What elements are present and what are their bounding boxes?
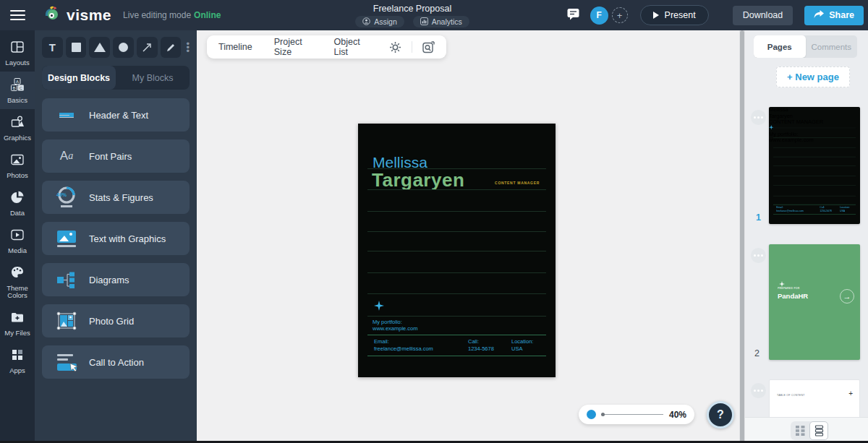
cursor-icon <box>69 364 78 373</box>
left-rail: Layouts ABC Basics Graphics Photos Data … <box>0 30 35 443</box>
sparkle-icon <box>779 277 785 283</box>
assign-button[interactable]: Assign <box>355 16 404 27</box>
zoom-value: 40% <box>669 410 686 420</box>
share-arrow-icon <box>814 10 824 21</box>
chameleon-logo-icon <box>43 6 62 25</box>
scrollbar-thumb[interactable] <box>740 30 744 443</box>
rail-item-graphics[interactable]: Graphics <box>0 109 35 147</box>
page3-title: TABLE OF CONTENT <box>777 394 805 397</box>
play-icon <box>653 12 659 19</box>
preview-magnifier-icon[interactable] <box>422 41 435 53</box>
tab-my-blocks[interactable]: My Blocks <box>116 66 190 90</box>
pages-panel: Pages Comments + New page Mellissa Targa… <box>745 30 868 443</box>
visme-logo[interactable]: visme <box>43 6 111 25</box>
call-to-action-icon <box>51 354 82 371</box>
triangle-tool-button[interactable] <box>89 37 110 58</box>
header-text-icon <box>51 113 82 118</box>
text-tool-button[interactable]: T <box>42 37 63 58</box>
rail-item-data[interactable]: Data <box>0 184 35 222</box>
tab-pages[interactable]: Pages <box>754 35 806 58</box>
rail-item-basics[interactable]: ABC Basics <box>0 72 35 109</box>
list-view-icon[interactable] <box>809 421 828 440</box>
canvas-page-1[interactable]: Mellissa Targaryen CONTENT MANAGER My po… <box>358 124 556 377</box>
card-portfolio[interactable]: My portfolio: www.example.com <box>373 319 418 332</box>
page3-options-icon[interactable] <box>751 383 766 398</box>
canvas-scrollbar[interactable] <box>739 30 745 443</box>
analytics-button[interactable]: Analytics <box>413 16 469 27</box>
object-list-button[interactable]: Object List <box>334 37 368 57</box>
block-call-to-action[interactable]: Call to Action <box>42 345 190 379</box>
card-role[interactable]: CONTENT MANAGER <box>495 181 540 185</box>
card-call[interactable]: Call: 1234-5678 <box>468 338 494 352</box>
right-panel-tabs: Pages Comments <box>754 35 857 58</box>
arrow-tool-button[interactable] <box>137 37 158 58</box>
zoom-slider-knob[interactable] <box>587 410 596 419</box>
share-button[interactable]: Share <box>804 6 864 25</box>
sparkle-icon <box>374 301 384 311</box>
media-icon <box>10 228 25 245</box>
card-location[interactable]: Location: USA <box>511 338 533 352</box>
canvas-area[interactable]: Timeline Project Size Object List Mellis… <box>197 30 739 443</box>
new-page-button[interactable]: + New page <box>776 66 850 87</box>
add-collaborator-button[interactable]: + <box>612 7 628 23</box>
blocks-tabs: Design Blocks My Blocks <box>42 66 190 90</box>
canvas-toolbar: Timeline Project Size Object List <box>207 35 446 59</box>
tab-design-blocks[interactable]: Design Blocks <box>42 66 116 90</box>
comments-icon[interactable] <box>567 8 579 23</box>
topbar-left: visme Live editing modeOnline <box>0 0 221 30</box>
user-avatar[interactable]: F <box>590 7 608 25</box>
tab-comments[interactable]: Comments <box>806 35 858 58</box>
rail-item-media[interactable]: Media <box>0 222 35 259</box>
rail-item-theme-colors[interactable]: Theme Colors <box>0 259 35 304</box>
project-size-button[interactable]: Project Size <box>274 37 312 57</box>
stats-donut-icon: 40% <box>51 186 82 209</box>
block-font-pairs[interactable]: Aa Font Pairs <box>42 139 190 173</box>
rail-item-my-files[interactable]: My Files <box>0 304 35 342</box>
photo-grid-icon <box>51 311 82 330</box>
block-stats-figures[interactable]: 40% Stats & Figures <box>42 181 190 214</box>
grid-view-icon[interactable] <box>791 425 809 436</box>
page2-eyebrow: PREPARED FOR <box>778 287 800 290</box>
page2-thumbnail[interactable]: PREPARED FOR PandaHR → <box>769 244 860 360</box>
text-graphics-icon <box>51 231 82 247</box>
page2-options-icon[interactable] <box>751 248 766 263</box>
settings-gear-icon[interactable] <box>389 41 401 53</box>
svg-text:C: C <box>20 86 23 90</box>
diagrams-icon <box>51 272 82 288</box>
topbar: visme Live editing modeOnline Freelance … <box>0 0 868 30</box>
logo-text: visme <box>67 7 111 24</box>
design-blocks-list: Header & Text Aa Font Pairs 40% Stats & <box>42 98 190 379</box>
zoom-slider-track[interactable] <box>605 414 663 416</box>
timeline-button[interactable]: Timeline <box>218 42 252 52</box>
present-button[interactable]: Present <box>640 5 709 25</box>
card-email[interactable]: Email: freelance@mellissa.com <box>374 338 433 352</box>
download-button[interactable]: Download <box>733 6 793 25</box>
square-tool-button[interactable] <box>66 37 87 58</box>
project-title[interactable]: Freelance Proposal <box>318 4 506 14</box>
basics-icon: ABC <box>10 77 25 95</box>
hamburger-menu-icon[interactable] <box>0 0 35 30</box>
topbar-right: F + Present Download Share <box>567 0 864 30</box>
block-header-text[interactable]: Header & Text <box>42 98 190 132</box>
block-diagrams[interactable]: Diagrams <box>42 263 190 296</box>
assign-person-icon <box>362 17 370 27</box>
pen-tool-button[interactable] <box>161 37 182 58</box>
card-last-name[interactable]: Targaryen <box>372 169 464 192</box>
block-text-with-graphics[interactable]: Text with Graphics <box>42 222 190 255</box>
help-button[interactable]: ? <box>707 401 734 429</box>
left-panel: T ••• Design Blocks My Blocks Header & T… <box>35 30 197 443</box>
rail-item-photos[interactable]: Photos <box>0 147 35 184</box>
block-photo-grid[interactable]: Photo Grid <box>42 304 190 337</box>
rail-item-layouts[interactable]: Layouts <box>0 34 35 72</box>
page1-options-icon[interactable] <box>751 110 766 125</box>
more-tools-icon[interactable]: ••• <box>186 42 190 53</box>
page1-thumbnail[interactable]: Mellissa Targaryen CONTENT MANAGER My po… <box>769 107 860 224</box>
visme-editor: visme Live editing modeOnline Freelance … <box>0 0 868 443</box>
rail-item-apps[interactable]: Apps <box>0 342 35 379</box>
circle-tool-button[interactable] <box>113 37 134 58</box>
view-toggle <box>791 421 828 440</box>
data-pie-icon <box>10 190 25 207</box>
svg-text:A: A <box>16 79 19 84</box>
editing-mode-status: Live editing modeOnline <box>123 10 221 20</box>
apps-grid-icon <box>10 348 25 365</box>
